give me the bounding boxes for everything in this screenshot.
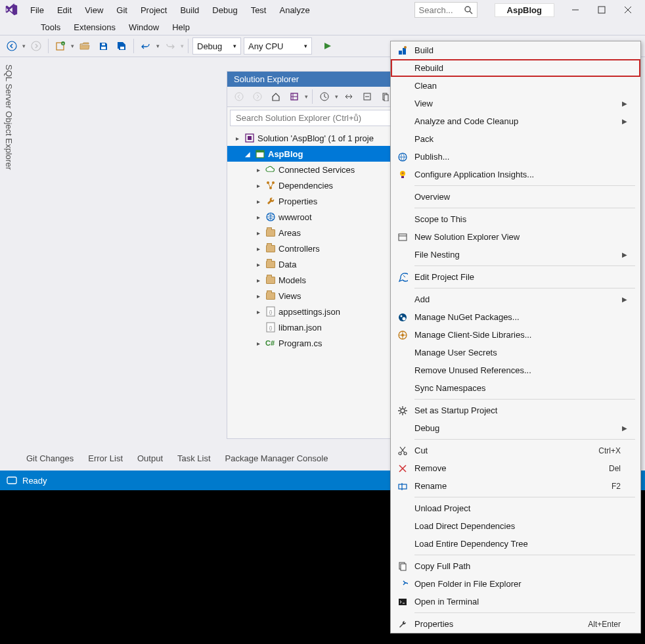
- close-icon[interactable]: [624, 6, 632, 14]
- context-menu-item[interactable]: Manage Client-Side Libraries...: [391, 326, 640, 344]
- context-menu-item[interactable]: RenameF2: [391, 477, 640, 495]
- svg-rect-23: [248, 136, 252, 140]
- bottom-tab[interactable]: Git Changes: [20, 451, 80, 466]
- start-button[interactable]: [320, 38, 336, 54]
- expand-arrow-icon[interactable]: ▸: [254, 277, 263, 284]
- expand-arrow-icon[interactable]: ▸: [254, 245, 263, 252]
- expand-arrow-icon[interactable]: ▸: [254, 292, 263, 300]
- se-collapse-all-button[interactable]: [359, 89, 375, 104]
- context-menu-item[interactable]: Load Entire Dependency Tree: [391, 535, 640, 553]
- expand-arrow-icon[interactable]: ▸: [254, 340, 263, 347]
- context-menu-item[interactable]: Remove Unused References...: [391, 361, 640, 379]
- bottom-tab[interactable]: Package Manager Console: [219, 451, 335, 466]
- se-sync-button[interactable]: [341, 89, 357, 104]
- se-switch-views-button[interactable]: [286, 89, 302, 104]
- context-menu-item[interactable]: Scope to This: [391, 210, 640, 228]
- se-back-button[interactable]: [231, 89, 247, 104]
- context-menu-label: Debug: [414, 423, 621, 433]
- new-project-button[interactable]: +: [53, 38, 68, 54]
- context-menu-item[interactable]: Overview: [391, 188, 640, 206]
- context-menu-item[interactable]: Pack: [391, 130, 640, 148]
- menu-view[interactable]: View: [78, 3, 110, 18]
- save-all-button[interactable]: [114, 38, 129, 54]
- menu-analyze[interactable]: Analyze: [273, 3, 316, 18]
- context-menu-item[interactable]: Copy Full Path: [391, 557, 640, 575]
- context-menu-separator: [414, 288, 635, 288]
- open-button[interactable]: [77, 38, 93, 54]
- expand-arrow-icon[interactable]: ▸: [254, 261, 263, 268]
- sql-explorer-tab[interactable]: SQL Server Object Explorer: [3, 62, 15, 173]
- context-menu-item[interactable]: CutCtrl+X: [391, 442, 640, 459]
- titlebar: FileEditViewGitProjectBuildDebugTestAnal…: [0, 0, 645, 20]
- maximize-icon[interactable]: [598, 6, 606, 14]
- menu-git[interactable]: Git: [110, 3, 134, 18]
- menu-extensions[interactable]: Extensions: [67, 20, 122, 35]
- menu-test[interactable]: Test: [244, 3, 273, 18]
- context-menu-label: Sync Namespaces: [414, 383, 621, 393]
- menu-edit[interactable]: Edit: [51, 3, 78, 18]
- se-home-button[interactable]: [268, 89, 284, 104]
- context-menu-item[interactable]: Add▶: [391, 290, 640, 308]
- expand-arrow-icon[interactable]: ▸: [254, 198, 263, 205]
- expand-arrow-icon[interactable]: ▸: [254, 214, 263, 221]
- bottom-tab[interactable]: Output: [131, 451, 169, 466]
- context-menu-item[interactable]: Edit Project File: [391, 268, 640, 286]
- context-menu-item[interactable]: Load Direct Dependencies: [391, 517, 640, 535]
- nuget-icon: [391, 312, 414, 323]
- tree-label: Properties: [278, 196, 317, 206]
- menu-help[interactable]: Help: [166, 20, 196, 35]
- node-icon: [265, 290, 276, 301]
- expand-arrow-icon[interactable]: ▸: [254, 166, 263, 173]
- context-menu-item[interactable]: Open in Terminal: [391, 593, 640, 610]
- context-menu-item[interactable]: Sync Namespaces: [391, 379, 640, 397]
- menu-build[interactable]: Build: [173, 3, 206, 18]
- context-menu-item[interactable]: Manage User Secrets: [391, 344, 640, 361]
- se-pending-changes-button[interactable]: [317, 89, 332, 104]
- expand-arrow-icon[interactable]: ▸: [233, 135, 242, 142]
- menu-file[interactable]: File: [24, 3, 51, 18]
- context-menu-item[interactable]: Debug▶: [391, 419, 640, 437]
- publish-icon: [391, 152, 414, 162]
- context-menu-item[interactable]: Analyze and Code Cleanup▶: [391, 112, 640, 130]
- context-menu-item[interactable]: View▶: [391, 95, 640, 112]
- se-forward-button[interactable]: [250, 89, 265, 104]
- context-menu-item[interactable]: RemoveDel: [391, 459, 640, 477]
- config-combo[interactable]: Debug▾: [192, 37, 241, 55]
- expand-arrow-icon[interactable]: ▸: [254, 182, 263, 189]
- context-menu-item[interactable]: +Configure Application Insights...: [391, 166, 640, 183]
- svg-rect-36: [399, 51, 402, 55]
- context-menu-item[interactable]: Set as Startup Project: [391, 402, 640, 419]
- nav-forward-button[interactable]: [28, 38, 44, 54]
- context-menu-label: Clean: [414, 81, 621, 91]
- nav-back-button[interactable]: [4, 38, 20, 54]
- undo-button[interactable]: [138, 38, 154, 54]
- menu-window[interactable]: Window: [122, 20, 166, 35]
- context-menu-item[interactable]: PropertiesAlt+Enter: [391, 615, 640, 633]
- expand-arrow-icon[interactable]: ◢: [243, 150, 252, 158]
- context-menu-item[interactable]: Open Folder in File Explorer: [391, 575, 640, 593]
- menu-project[interactable]: Project: [134, 3, 173, 18]
- save-button[interactable]: [95, 38, 111, 54]
- context-menu-item[interactable]: Unload Project: [391, 499, 640, 517]
- context-menu-item[interactable]: Rebuild: [391, 59, 640, 77]
- context-menu-item[interactable]: File Nesting▶: [391, 246, 640, 264]
- menu-debug[interactable]: Debug: [206, 3, 244, 18]
- bottom-tab[interactable]: Error List: [81, 451, 129, 466]
- terminal-icon: [391, 597, 414, 607]
- context-menu-separator: [414, 265, 635, 266]
- expand-arrow-icon[interactable]: ▸: [254, 229, 263, 237]
- search-box[interactable]: Search...: [414, 2, 478, 18]
- context-menu-item[interactable]: Clean: [391, 77, 640, 95]
- platform-combo[interactable]: Any CPU▾: [244, 37, 312, 55]
- context-menu-shortcut: F2: [612, 482, 621, 491]
- context-menu-item[interactable]: New Solution Explorer View: [391, 228, 640, 246]
- expand-arrow-icon[interactable]: ▸: [254, 308, 263, 315]
- context-menu-item[interactable]: Publish...: [391, 148, 640, 166]
- context-menu-item[interactable]: Build: [391, 41, 640, 59]
- context-menu-item[interactable]: Manage NuGet Packages...: [391, 308, 640, 326]
- bottom-tab[interactable]: Task List: [171, 451, 217, 466]
- menu-tools[interactable]: Tools: [34, 20, 67, 35]
- minimize-icon[interactable]: [571, 6, 579, 14]
- context-menu-label: Set as Startup Project: [414, 405, 621, 415]
- redo-button[interactable]: [162, 38, 178, 54]
